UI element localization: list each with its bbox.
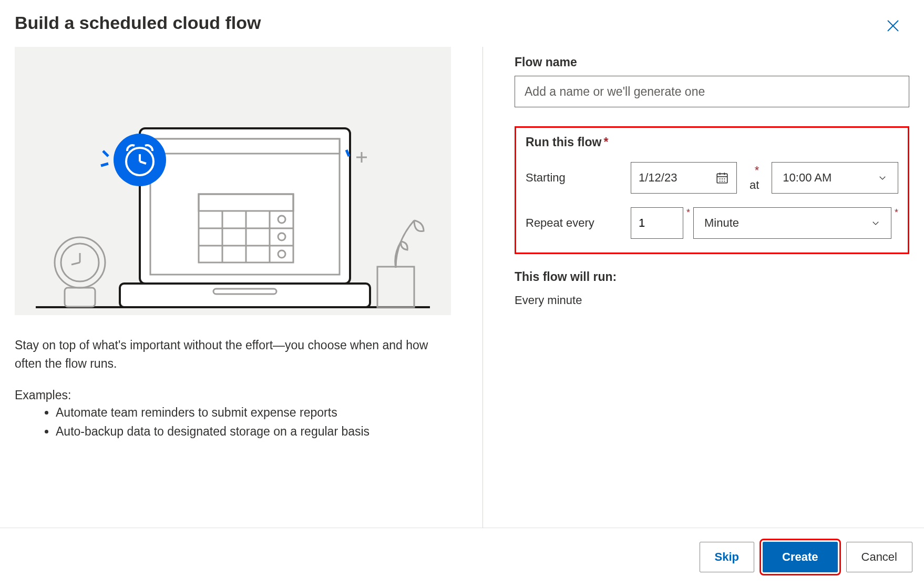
vertical-divider	[482, 47, 483, 531]
example-item: Auto-backup data to designated storage o…	[56, 422, 451, 441]
illustration	[15, 47, 451, 315]
dialog-footer: Skip Create Cancel	[0, 528, 924, 586]
dialog-content: Stay on top of what's important without …	[0, 42, 924, 531]
start-date-value: 1/12/23	[639, 171, 677, 185]
calendar-icon	[715, 171, 729, 185]
cancel-button[interactable]: Cancel	[846, 542, 912, 572]
svg-rect-19	[65, 288, 95, 307]
close-button[interactable]	[885, 13, 909, 36]
svg-line-28	[103, 151, 108, 156]
svg-rect-18	[377, 267, 414, 307]
summary-title: This flow will run:	[515, 270, 909, 284]
repeat-row: Repeat every * Minute *	[526, 207, 898, 239]
examples-list: Automate team reminders to submit expens…	[15, 403, 451, 441]
svg-rect-5	[150, 139, 340, 154]
flow-name-input[interactable]	[515, 76, 909, 107]
starting-row: Starting 1/12/23 * at	[526, 162, 898, 194]
svg-line-29	[101, 164, 108, 166]
dialog-title: Build a scheduled cloud flow	[15, 13, 261, 33]
run-flow-title: Run this flow*	[526, 135, 898, 149]
run-flow-section: Run this flow* Starting 1/12/23	[515, 126, 909, 254]
required-marker: *	[755, 164, 759, 177]
chevron-down-icon	[878, 173, 887, 183]
svg-rect-4	[150, 139, 340, 275]
skip-button[interactable]: Skip	[700, 542, 754, 572]
svg-line-23	[71, 262, 80, 265]
required-marker: *	[603, 135, 608, 149]
examples-label: Examples:	[15, 388, 451, 402]
left-panel: Stay on top of what's important without …	[15, 47, 451, 531]
starting-label: Starting	[526, 171, 631, 185]
create-button[interactable]: Create	[763, 542, 837, 572]
dialog-header: Build a scheduled cloud flow	[0, 0, 924, 42]
required-marker: *	[895, 207, 898, 218]
at-label: * at	[750, 164, 759, 192]
close-icon	[885, 18, 901, 34]
start-time-value: 10:00 AM	[783, 171, 831, 185]
summary-text: Every minute	[515, 294, 909, 307]
scheduled-flow-dialog: Build a scheduled cloud flow	[0, 0, 924, 586]
svg-rect-6	[120, 284, 370, 307]
start-time-dropdown[interactable]: 10:00 AM	[772, 162, 898, 194]
repeat-unit-value: Minute	[704, 216, 739, 230]
repeat-value-input[interactable]	[631, 207, 683, 239]
repeat-unit-dropdown[interactable]: Minute	[693, 207, 891, 239]
right-panel: Flow name Run this flow* Starting 1/12/2…	[515, 47, 909, 531]
description: Stay on top of what's important without …	[15, 336, 451, 372]
flow-name-label: Flow name	[515, 55, 909, 69]
chevron-down-icon	[871, 218, 880, 228]
example-item: Automate team reminders to submit expens…	[56, 403, 451, 422]
required-marker: *	[686, 207, 690, 218]
start-date-picker[interactable]: 1/12/23	[631, 162, 737, 194]
repeat-label: Repeat every	[526, 216, 631, 230]
